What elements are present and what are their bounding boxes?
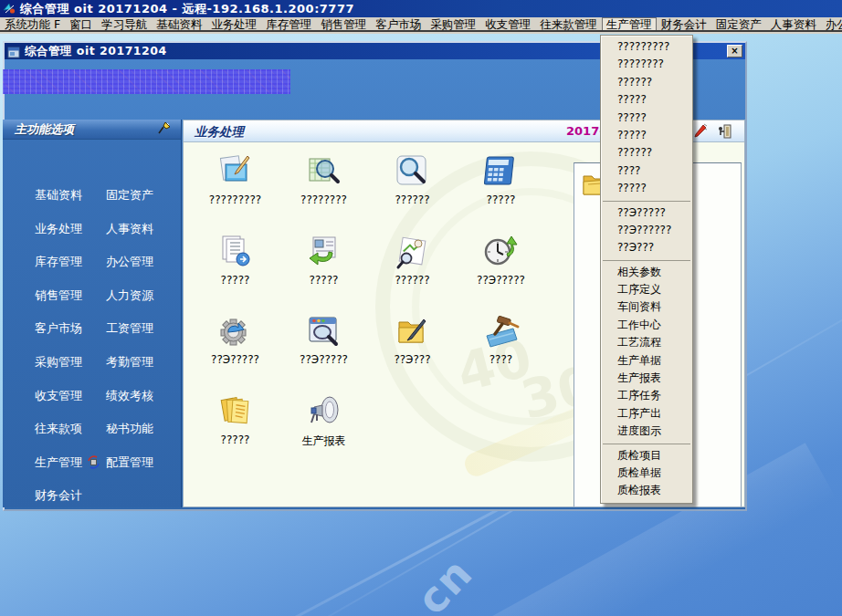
- sidebar-item-attendance[interactable]: 考勤管理: [106, 354, 181, 388]
- sidebar-item-config[interactable]: 配置管理: [106, 454, 181, 488]
- menubar-item-customer-market[interactable]: 客户市场: [371, 17, 426, 31]
- dropdown-item-process-output[interactable]: 工序产出: [601, 405, 692, 423]
- sidebar-item-sales[interactable]: 销售管理: [35, 287, 106, 321]
- application-window: 综合管理 oit 20171204 - 远程-192.168.1.200:777…: [0, 0, 842, 616]
- dropdown-item-u6[interactable]: ?????: [601, 127, 692, 144]
- menubar-item-office[interactable]: 办公管理: [821, 17, 842, 31]
- menubar-item-inventory[interactable]: 库存管理: [261, 17, 316, 31]
- sidebar-item-income-expense[interactable]: 收支管理: [35, 388, 106, 422]
- menubar-item-window[interactable]: 窗口: [65, 17, 97, 31]
- dropdown-item-production-reports[interactable]: 生产报表: [601, 370, 692, 387]
- app-shortcut-13[interactable]: ?????: [191, 392, 279, 472]
- app-shortcut-12[interactable]: ????: [457, 311, 545, 392]
- main-panel-title: 业务处理: [195, 124, 244, 141]
- dropdown-item-u7[interactable]: ??????: [601, 144, 692, 162]
- gear-sync-icon: [216, 311, 256, 351]
- pushpin-icon[interactable]: [157, 120, 172, 139]
- sidebar-item-basic-data[interactable]: 基础资料: [35, 187, 106, 221]
- menubar-item-current-accounts[interactable]: 往来款管理: [535, 17, 602, 31]
- exit-door-icon[interactable]: [716, 123, 732, 140]
- dropdown-item-u9[interactable]: ?????: [601, 180, 692, 197]
- sidebar-header: 主功能选项: [3, 120, 181, 140]
- sidebar-item-purchase[interactable]: 采购管理: [35, 354, 106, 388]
- app-shortcut-6[interactable]: ?????: [279, 232, 368, 312]
- sidebar-item-fixed-assets[interactable]: 固定资产: [106, 187, 181, 221]
- workspace: cn 综合管理 oit 20171204 × 主功能选项: [0, 34, 842, 616]
- shortcut-label: ?????: [310, 274, 339, 287]
- menubar-item-purchase[interactable]: 采购管理: [426, 17, 480, 31]
- app-shortcut-4[interactable]: ?????: [457, 151, 545, 232]
- production-menu-dropdown: ????????? ???????? ?????? ????? ????? ??…: [600, 35, 693, 504]
- dropdown-item-production-orders[interactable]: 生产单据: [601, 352, 692, 370]
- close-button[interactable]: ×: [727, 45, 742, 57]
- app-shortcut-7[interactable]: ??????: [368, 232, 457, 312]
- dropdown-item-u10[interactable]: ??Э?????: [601, 204, 692, 222]
- menubar: 系统功能 F 窗口 学习导航 基础资料 业务处理 库存管理 销售管理 客户市场 …: [0, 17, 842, 32]
- dropdown-item-progress-chart[interactable]: 进度图示: [601, 423, 692, 440]
- menu-separator: [603, 444, 690, 444]
- edit-pencil-icon[interactable]: [691, 123, 708, 140]
- menubar-item-finance[interactable]: 财务会计: [657, 17, 711, 31]
- dropdown-item-u3[interactable]: ??????: [601, 74, 692, 91]
- app-shortcut-14[interactable]: 生产报表: [279, 392, 368, 472]
- sidebar-item-production[interactable]: 生产管理: [35, 454, 106, 488]
- sidebar-item-inventory[interactable]: 库存管理: [35, 254, 106, 287]
- menubar-item-sales[interactable]: 销售管理: [316, 17, 371, 31]
- app-shortcut-11[interactable]: ??Э???: [368, 311, 457, 392]
- dropdown-item-u11[interactable]: ??Э??????: [601, 222, 692, 239]
- app-shortcut-2[interactable]: ????????: [279, 151, 368, 232]
- dropdown-item-qc-items[interactable]: 质检项目: [601, 447, 692, 465]
- dropdown-item-process-define[interactable]: 工序定义: [601, 281, 692, 298]
- sidebar-item-customer-market[interactable]: 客户市场: [35, 320, 106, 354]
- app-shortcut-1[interactable]: ?????????: [191, 151, 279, 232]
- dropdown-item-related-params[interactable]: 相关参数: [601, 264, 692, 281]
- shortcut-label: ?????: [221, 433, 250, 446]
- app-shortcut-9[interactable]: ??Э?????: [191, 311, 279, 392]
- shortcut-label: 生产报表: [302, 433, 346, 449]
- logo-banner: [3, 69, 290, 94]
- sidebar-item-secretary[interactable]: 秘书功能: [106, 421, 181, 454]
- sheet-search-icon: [304, 151, 344, 192]
- sidebar-item-performance[interactable]: 绩效考核: [106, 388, 181, 422]
- shortcut-label: ??????: [395, 193, 429, 206]
- dropdown-item-qc-reports[interactable]: 质检报表: [601, 482, 692, 499]
- calculator-icon: [481, 151, 521, 192]
- sidebar-item-office[interactable]: 办公管理: [106, 254, 181, 287]
- sidebar-item-business-process[interactable]: 业务处理: [35, 221, 106, 255]
- app-icon: [3, 2, 16, 16]
- dropdown-item-u4[interactable]: ?????: [601, 91, 692, 109]
- sidebar-item-finance[interactable]: 财务会计: [35, 487, 106, 521]
- sidebar-item-salary[interactable]: 工资管理: [106, 320, 181, 354]
- dropdown-item-u2[interactable]: ????????: [601, 56, 692, 73]
- dropdown-item-u1[interactable]: ?????????: [601, 38, 692, 56]
- dropdown-item-process-tasks[interactable]: 工序任务: [601, 387, 692, 404]
- app-shortcut-5[interactable]: ?????: [191, 232, 279, 312]
- menubar-item-income-expense[interactable]: 收支管理: [480, 17, 535, 31]
- dropdown-item-u8[interactable]: ????: [601, 162, 692, 180]
- shortcut-label: ??Э?????: [211, 353, 259, 366]
- dropdown-item-u12[interactable]: ??Э???: [601, 239, 692, 256]
- forms-list-icon: [216, 232, 256, 272]
- menubar-item-fixed-assets[interactable]: 固定资产: [711, 17, 766, 31]
- wallpaper-cn-watermark: cn: [406, 548, 482, 616]
- sidebar-item-hr-data[interactable]: 人事资料: [106, 221, 181, 255]
- app-shortcut-8[interactable]: ??Э?????: [457, 232, 545, 312]
- dropdown-item-qc-orders[interactable]: 质检单据: [601, 465, 692, 482]
- dropdown-item-process-flow[interactable]: 工艺流程: [601, 334, 692, 351]
- app-shortcut-10[interactable]: ??Э?????: [279, 311, 368, 392]
- dropdown-item-work-center[interactable]: 工作中心: [601, 317, 692, 334]
- shortcut-label: ????: [489, 353, 512, 366]
- menubar-item-learning-nav[interactable]: 学习导航: [97, 17, 152, 31]
- sidebar-item-current-accounts[interactable]: 往来款项: [35, 421, 106, 454]
- menubar-item-basic-data[interactable]: 基础资料: [152, 17, 206, 31]
- sidebar: 主功能选项 基础资料 固定资产 业务处理 人事资料 库存管理 办公管理 销售管理: [3, 120, 182, 507]
- dropdown-item-workshop-info[interactable]: 车间资料: [601, 298, 692, 316]
- inner-window-title: 综合管理 oit 20171204: [25, 44, 167, 59]
- menubar-item-hr-data[interactable]: 人事资料: [766, 17, 821, 31]
- menubar-item-production[interactable]: 生产管理: [602, 17, 657, 31]
- menubar-item-business-process[interactable]: 业务处理: [206, 17, 261, 31]
- app-shortcut-3[interactable]: ??????: [368, 151, 457, 232]
- sidebar-item-human-resources[interactable]: 人力资源: [106, 287, 181, 321]
- dropdown-item-u5[interactable]: ?????: [601, 110, 692, 127]
- menubar-item-system[interactable]: 系统功能 F: [0, 17, 65, 31]
